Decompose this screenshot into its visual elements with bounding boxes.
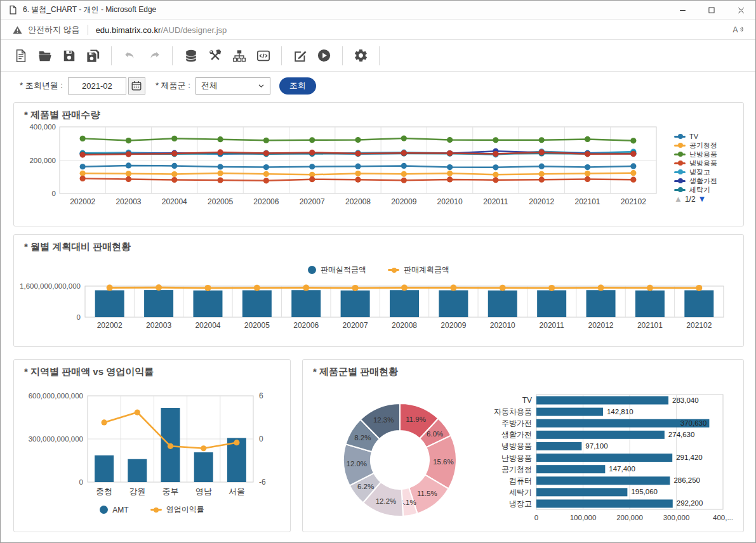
svg-text:202006: 202006	[253, 197, 279, 206]
svg-text:286,250: 286,250	[673, 476, 700, 484]
svg-text:202008: 202008	[345, 197, 371, 206]
region-sales-panel: * 지역별 판매액 vs 영업이익률 600,000,000,000300,00…	[13, 359, 291, 532]
save-icon[interactable]	[62, 48, 76, 63]
svg-text:202004: 202004	[195, 321, 220, 330]
svg-text:0: 0	[259, 435, 263, 443]
svg-text:300,000: 300,000	[663, 514, 690, 521]
svg-text:370,630: 370,630	[680, 419, 707, 427]
url-path: /AUD/designer.jsp	[161, 25, 227, 35]
svg-text:컴퓨터: 컴퓨터	[509, 476, 532, 485]
url-host: edu.bimatrix.co.kr	[96, 25, 161, 35]
toolbar-separator	[172, 46, 173, 65]
browser-window: 6. 별첨_CHART - 개인 - Microsoft Edge 안전하지 않…	[0, 0, 756, 543]
svg-text:난방용품: 난방용품	[501, 454, 532, 462]
svg-text:12.3%: 12.3%	[373, 416, 394, 424]
svg-text:202010: 202010	[490, 321, 515, 330]
tools-icon[interactable]	[208, 48, 222, 63]
svg-text:202009: 202009	[441, 321, 466, 330]
monthly-plan-bar-chart: 1,600,000,000,00002020022020032020042020…	[14, 235, 743, 346]
save-all-icon[interactable]	[86, 48, 100, 63]
filter-bar: * 조회년월 : * 제품군 : 전체 조회	[20, 76, 316, 95]
svg-text:147,400: 147,400	[609, 465, 635, 473]
svg-text:강원: 강원	[129, 487, 145, 496]
svg-text:291,420: 291,420	[676, 454, 703, 461]
urlbar-divider	[88, 25, 88, 35]
toolbar-separator	[379, 46, 380, 65]
sitemap-icon[interactable]	[232, 48, 246, 63]
maximize-button[interactable]	[697, 1, 726, 20]
date-input[interactable]	[68, 77, 126, 95]
product-quantity-line-chart: 400,000200,00002020022020032020042020052…	[14, 103, 743, 226]
svg-text:202011: 202011	[483, 197, 508, 206]
code-icon[interactable]	[256, 48, 270, 63]
close-button[interactable]	[726, 1, 755, 20]
product-select-value: 전체	[201, 80, 218, 91]
product-quantity-panel: * 제품별 판매수량 400,000200,000020200220200320…	[13, 102, 744, 226]
svg-text:283,040: 283,040	[672, 396, 699, 404]
settings-icon[interactable]	[354, 48, 368, 63]
monthly-plan-panel: * 월별 계획대비 판매현황 판매실적금액판매계획금액 1,600,000,00…	[13, 234, 744, 347]
svg-text:생활가전: 생활가전	[501, 430, 532, 439]
svg-text:142,810: 142,810	[607, 408, 633, 415]
svg-text:주방가전: 주방가전	[501, 419, 532, 428]
svg-text:15.6%: 15.6%	[433, 458, 454, 466]
svg-text:195,060: 195,060	[631, 488, 658, 495]
svg-text:6.0%: 6.0%	[427, 430, 443, 438]
svg-text:202003: 202003	[146, 321, 171, 330]
legend-item: 냉장고	[674, 167, 741, 176]
legend-page-up-icon[interactable]: ▲	[674, 194, 682, 204]
edit-icon[interactable]	[293, 48, 307, 63]
redo-icon	[147, 48, 161, 63]
open-folder-icon[interactable]	[37, 48, 52, 63]
svg-text:202011: 202011	[540, 321, 564, 330]
svg-text:TV: TV	[522, 396, 532, 405]
svg-text:300,000,000,000: 300,000,000,000	[29, 435, 83, 443]
svg-text:202010: 202010	[437, 197, 463, 206]
svg-text:202012: 202012	[529, 197, 554, 206]
svg-text:600,000,000,000: 600,000,000,000	[29, 392, 83, 400]
svg-text:400,000: 400,000	[29, 123, 56, 131]
designer-toolbar	[1, 40, 755, 72]
svg-text:100,000: 100,000	[570, 514, 597, 521]
svg-text:중부: 중부	[162, 487, 179, 496]
address-field[interactable]: edu.bimatrix.co.kr/AUD/designer.jsp	[96, 25, 227, 35]
svg-text:202102: 202102	[621, 197, 646, 206]
svg-text:202002: 202002	[97, 321, 123, 330]
legend-item: 생활가전	[674, 176, 741, 185]
svg-text:냉방용품: 냉방용품	[501, 442, 532, 450]
line-chart-legend: TV공기청정난방용품냉방용품냉장고생활가전세탁기	[674, 132, 741, 193]
product-select[interactable]: 전체	[196, 77, 270, 95]
product-group-donut-and-bar-chart: 11.9%6.0%15.6%11.5%4.1%12.2%6.2%12.0%8.2…	[303, 360, 743, 532]
svg-text:11.9%: 11.9%	[406, 415, 426, 423]
new-document-icon[interactable]	[13, 48, 28, 63]
svg-text:202102: 202102	[686, 321, 712, 330]
svg-text:서울: 서울	[229, 487, 245, 496]
read-aloud-icon[interactable]: A	[732, 24, 744, 36]
search-button[interactable]: 조회	[279, 77, 316, 95]
svg-text:자동차용품: 자동차용품	[494, 407, 532, 416]
svg-text:202005: 202005	[208, 197, 233, 206]
svg-text:202007: 202007	[343, 321, 368, 330]
legend-item: 공기청정	[674, 141, 741, 150]
toolbar-separator	[111, 46, 112, 65]
svg-text:274,630: 274,630	[668, 431, 695, 438]
database-icon[interactable]	[183, 48, 198, 63]
svg-text:202007: 202007	[300, 197, 325, 206]
svg-text:202101: 202101	[575, 197, 600, 206]
run-icon[interactable]	[317, 48, 331, 63]
svg-text:200,000: 200,000	[616, 514, 643, 521]
svg-text:공기청정: 공기청정	[501, 465, 532, 474]
svg-text:400,...: 400,...	[713, 514, 733, 521]
legend-page-down-icon[interactable]: ▼	[698, 194, 706, 204]
combo-chart-legend: AMT영업이익률	[14, 504, 290, 515]
window-title: 6. 별첨_CHART - 개인 - Microsoft Edge	[23, 4, 156, 15]
svg-text:A: A	[733, 25, 738, 34]
toolbar-separator	[281, 46, 282, 65]
svg-text:202008: 202008	[392, 321, 417, 330]
svg-text:97,100: 97,100	[585, 442, 607, 450]
minimize-button[interactable]	[668, 1, 697, 20]
chevron-down-icon	[258, 82, 265, 89]
legend-item: TV	[674, 132, 741, 141]
calendar-button[interactable]	[128, 77, 145, 95]
undo-icon	[123, 48, 137, 63]
